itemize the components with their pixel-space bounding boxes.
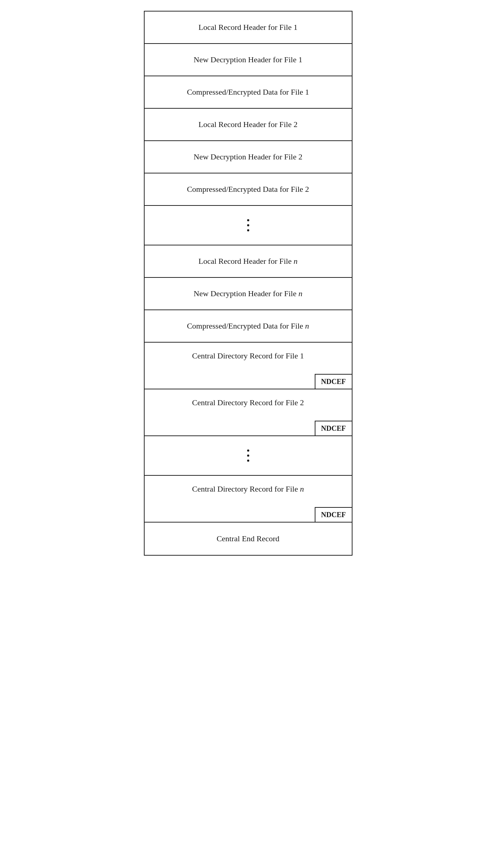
new-decrypt-header-file-n-label: New Decryption Header for File n [194,288,302,299]
compressed-data-file-n-label: Compressed/Encrypted Data for File n [187,321,309,332]
compressed-data-file2-label: Compressed/Encrypted Data for File 2 [187,184,309,195]
zip-structure-diagram: Local Record Header for File 1 New Decry… [144,11,352,556]
dot-3 [247,229,249,231]
local-header-file2: Local Record Header for File 2 [145,109,352,141]
local-header-file1: Local Record Header for File 1 [145,12,352,44]
central-dir-file2: Central Directory Record for File 2 NDCE… [145,389,352,436]
central-dir-file-n: Central Directory Record for File n NDCE… [145,476,352,523]
ndcef-badge-file-n: NDCEF [315,507,352,522]
new-decrypt-header-file2-label: New Decryption Header for File 2 [194,152,302,163]
new-decrypt-header-file2: New Decryption Header for File 2 [145,141,352,173]
new-decrypt-header-file-n: New Decryption Header for File n [145,278,352,310]
compressed-data-file-n: Compressed/Encrypted Data for File n [145,310,352,343]
dot-2 [247,224,249,226]
new-decrypt-header-file1-label: New Decryption Header for File 1 [194,54,302,65]
central-end-record-label: Central End Record [217,533,279,544]
dot-4 [247,449,249,452]
compressed-data-file1-label: Compressed/Encrypted Data for File 1 [187,87,309,98]
ndcef-badge-file2: NDCEF [315,421,352,435]
local-header-file-n-label: Local Record Header for File n [199,256,298,267]
new-decrypt-header-file1: New Decryption Header for File 1 [145,44,352,76]
central-dir-file1-label: Central Directory Record for File 1 [192,351,304,362]
central-end-record: Central End Record [145,523,352,555]
dot-5 [247,455,249,457]
central-dir-file-n-label: Central Directory Record for File n [192,484,304,495]
central-dir-file1: Central Directory Record for File 1 NDCE… [145,343,352,389]
central-dir-file2-label: Central Directory Record for File 2 [192,397,304,408]
dots-section-1 [145,206,352,245]
dot-1 [247,219,249,221]
local-header-file-n: Local Record Header for File n [145,245,352,278]
local-header-file1-label: Local Record Header for File 1 [199,22,298,33]
dot-6 [247,460,249,462]
local-header-file2-label: Local Record Header for File 2 [199,119,298,130]
ndcef-badge-file1: NDCEF [315,374,352,389]
compressed-data-file2: Compressed/Encrypted Data for File 2 [145,173,352,206]
compressed-data-file1: Compressed/Encrypted Data for File 1 [145,76,352,109]
dots-section-2 [145,436,352,476]
